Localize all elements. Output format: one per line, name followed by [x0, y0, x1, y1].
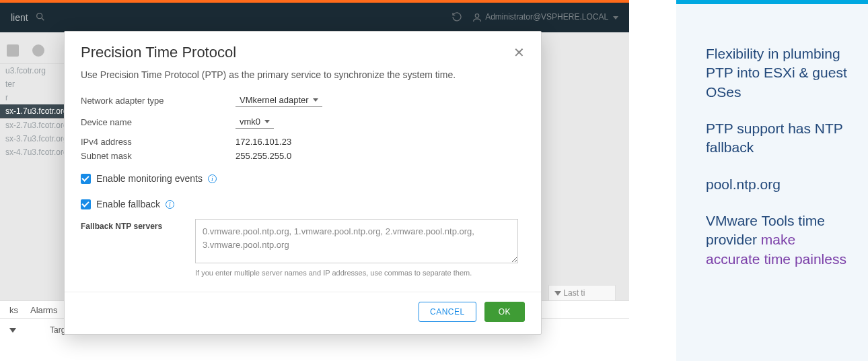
cancel-button[interactable]: CANCEL [419, 302, 476, 322]
filter-icon [554, 291, 561, 296]
tab-alarms[interactable]: Alarms [30, 305, 57, 318]
chevron-down-icon [313, 98, 318, 102]
enable-fallback-label: Enable fallback [96, 199, 160, 209]
info-text-2: PTP support has NTP fallback [706, 119, 848, 158]
fallback-hint: If you enter multiple server names and I… [81, 269, 525, 277]
info-icon[interactable]: i [166, 200, 174, 209]
chevron-down-icon [613, 16, 618, 20]
subnet-value: 255.255.255.0 [236, 151, 291, 161]
refresh-icon[interactable] [451, 11, 462, 24]
ptp-modal: Precision Time Protocol ✕ Use Precision … [64, 31, 542, 335]
info-text-3: pool.ntp.org [706, 175, 848, 194]
info-side-panel: Flexibility in plumbing PTP into ESXi & … [676, 0, 868, 361]
nav-icon-2[interactable] [32, 44, 44, 57]
svg-point-0 [36, 13, 42, 18]
enable-monitoring-checkbox[interactable] [81, 174, 91, 184]
nav-icon-1[interactable] [7, 44, 19, 57]
search-icon[interactable] [35, 11, 46, 24]
network-adapter-label: Network adapter type [81, 96, 236, 106]
modal-subtitle: Use Precision Time Protocol (PTP) as the… [65, 67, 541, 90]
enable-monitoring-label: Enable monitoring events [96, 173, 203, 184]
svg-line-1 [42, 18, 44, 20]
sidebar-item-selected[interactable]: sx-1.7u3.fcotr.org [0, 104, 73, 119]
subnet-label: Subnet mask [81, 151, 236, 161]
svg-point-2 [475, 14, 478, 18]
info-text-1: Flexibility in plumbing PTP into ESXi & … [706, 44, 848, 102]
user-menu[interactable]: Administrator@VSPHERE.LOCAL [472, 12, 618, 23]
device-name-select[interactable]: vmk0 [236, 115, 274, 129]
info-text-4: VMware Tools time provider make accurate… [706, 211, 848, 269]
close-icon[interactable]: ✕ [513, 44, 525, 61]
ok-button[interactable]: OK [484, 302, 525, 322]
info-icon[interactable]: i [208, 174, 217, 183]
device-name-label: Device name [81, 117, 236, 127]
brand-text: lient [11, 12, 28, 23]
ipv4-label: IPv4 address [81, 137, 236, 147]
filter-icon [9, 328, 16, 333]
fallback-servers-input[interactable] [195, 219, 518, 263]
fallback-servers-label: Fallback NTP servers [81, 219, 195, 263]
enable-fallback-checkbox[interactable] [81, 199, 91, 209]
filter-last[interactable]: Last ti [548, 285, 616, 301]
col-filter[interactable] [9, 325, 16, 335]
ipv4-value: 172.16.101.23 [236, 137, 291, 147]
tab-tasks[interactable]: ks [9, 305, 18, 318]
network-adapter-select[interactable]: VMkernel adapter [236, 94, 322, 107]
top-navbar: lient Administrator@VSPHERE.LOCAL [0, 0, 629, 32]
chevron-down-icon [264, 120, 270, 123]
modal-title: Precision Time Protocol [81, 44, 236, 61]
